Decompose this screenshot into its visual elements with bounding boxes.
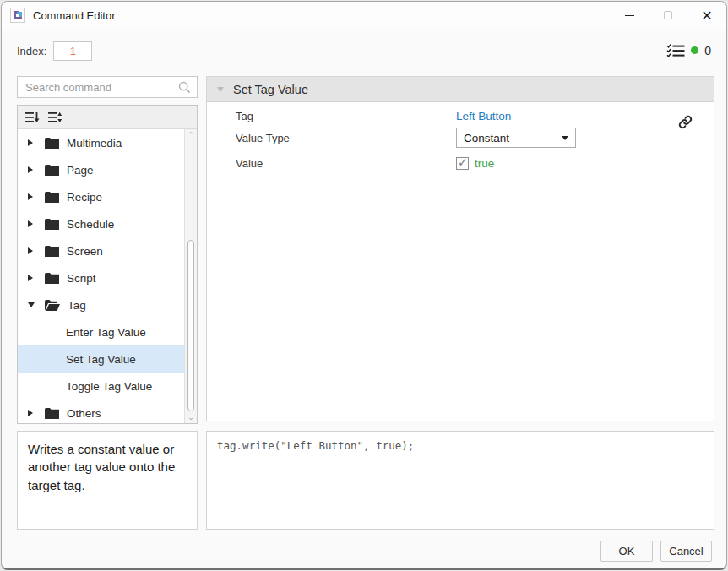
tree-item-label: Tag: [68, 299, 86, 312]
window-title: Command Editor: [33, 9, 116, 22]
folder-icon: [45, 192, 59, 203]
status-dot-icon: [691, 46, 698, 54]
value-checkbox[interactable]: [456, 157, 469, 170]
tag-value-link[interactable]: Left Button: [456, 110, 511, 122]
section-header[interactable]: Set Tag Value: [207, 77, 714, 102]
status-cluster: 0: [666, 43, 711, 57]
chevron-right-icon[interactable]: [28, 220, 33, 227]
index-input[interactable]: [53, 41, 92, 61]
folder-icon: [45, 138, 59, 149]
tree-item-label: Recipe: [67, 191, 102, 204]
index-label: Index:: [17, 45, 46, 57]
scroll-down-icon[interactable]: ⌄: [185, 412, 197, 422]
tree-item-page[interactable]: Page: [18, 156, 184, 183]
tree-item-label: Screen: [67, 245, 103, 258]
command-description: Writes a constant value or another tag v…: [17, 431, 198, 530]
folder-icon: [45, 408, 59, 419]
titlebar: Command Editor ✕: [2, 2, 726, 29]
dropdown-arrow-icon: [562, 136, 568, 140]
collapse-all-icon[interactable]: [25, 111, 40, 123]
section-title: Set Tag Value: [233, 83, 308, 96]
tree-item-tag[interactable]: Tag: [18, 291, 184, 318]
tree-item-recipe[interactable]: Recipe: [18, 183, 184, 210]
value-type-selected: Constant: [464, 132, 509, 144]
tree-item-schedule[interactable]: Schedule: [18, 210, 184, 237]
close-button[interactable]: ✕: [687, 2, 726, 29]
value-label: Value: [236, 157, 263, 170]
tree-item-label: Script: [67, 272, 96, 285]
folder-icon: [45, 219, 59, 230]
tree-toolbar: [18, 106, 197, 129]
tree-item-multimedia[interactable]: Multimedia: [18, 129, 184, 156]
tree-item-toggle-tag-value[interactable]: Toggle Tag Value: [18, 373, 184, 400]
chevron-right-icon[interactable]: [28, 139, 33, 146]
link-icon[interactable]: [677, 114, 693, 133]
code-preview: tag.write("Left Button", true);: [206, 431, 714, 530]
tree-item-label: Others: [67, 407, 101, 420]
tree-item-others[interactable]: Others: [18, 400, 184, 423]
chevron-right-icon[interactable]: [28, 247, 33, 254]
minimize-button[interactable]: [610, 2, 649, 29]
chevron-right-icon[interactable]: [28, 410, 33, 416]
scrollbar-thumb[interactable]: [187, 240, 194, 411]
tree-item-label: Page: [67, 164, 94, 177]
chevron-right-icon[interactable]: [28, 166, 33, 173]
search-icon: [178, 81, 191, 97]
tree-item-enter-tag-value[interactable]: Enter Tag Value: [18, 318, 184, 345]
chevron-right-icon[interactable]: [28, 275, 33, 281]
command-tree: Multimedia Page Recipe: [17, 105, 198, 424]
command-editor-window: Command Editor ✕ Index: 0: [1, 1, 727, 570]
folder-icon: [45, 165, 59, 176]
index-row: Index:: [17, 41, 92, 61]
value-type-label: Value Type: [236, 132, 290, 144]
ok-button[interactable]: OK: [600, 541, 653, 562]
tree-item-label: Toggle Tag Value: [28, 380, 152, 393]
tree-item-label: Schedule: [67, 218, 114, 231]
tree-item-set-tag-value[interactable]: Set Tag Value: [18, 345, 184, 373]
right-panel: Set Tag Value Tag Left Button Value Type: [206, 76, 714, 421]
tree-item-script[interactable]: Script: [18, 264, 184, 291]
tree-list: Multimedia Page Recipe: [18, 129, 184, 423]
folder-open-icon: [45, 300, 60, 311]
tree-item-screen[interactable]: Screen: [18, 237, 184, 264]
tree-scrollbar[interactable]: ⌃ ⌄: [184, 129, 197, 423]
expand-collapse-icon[interactable]: [48, 111, 62, 123]
command-list-icon[interactable]: [666, 43, 685, 57]
cancel-button[interactable]: Cancel: [660, 541, 712, 562]
folder-icon: [45, 273, 59, 284]
value-checkbox-text: true: [475, 157, 494, 170]
properties-panel: Set Tag Value Tag Left Button Value Type: [206, 76, 714, 421]
scroll-up-icon[interactable]: ⌃: [185, 130, 197, 140]
left-panel: Multimedia Page Recipe: [17, 76, 198, 98]
tree-item-label: Set Tag Value: [28, 353, 136, 366]
folder-icon: [45, 246, 59, 257]
chevron-down-icon[interactable]: [28, 302, 35, 307]
tree-item-label: Enter Tag Value: [28, 326, 146, 339]
maximize-button[interactable]: [649, 2, 687, 29]
chevron-right-icon[interactable]: [28, 193, 33, 200]
collapse-triangle-icon[interactable]: [217, 87, 224, 92]
value-type-dropdown[interactable]: Constant: [456, 128, 576, 148]
command-count: 0: [704, 44, 711, 57]
tree-item-label: Multimedia: [67, 137, 122, 150]
tag-label: Tag: [236, 110, 253, 122]
app-logo-icon: [10, 8, 25, 23]
search-input[interactable]: [18, 77, 197, 97]
search-box: [17, 76, 198, 98]
